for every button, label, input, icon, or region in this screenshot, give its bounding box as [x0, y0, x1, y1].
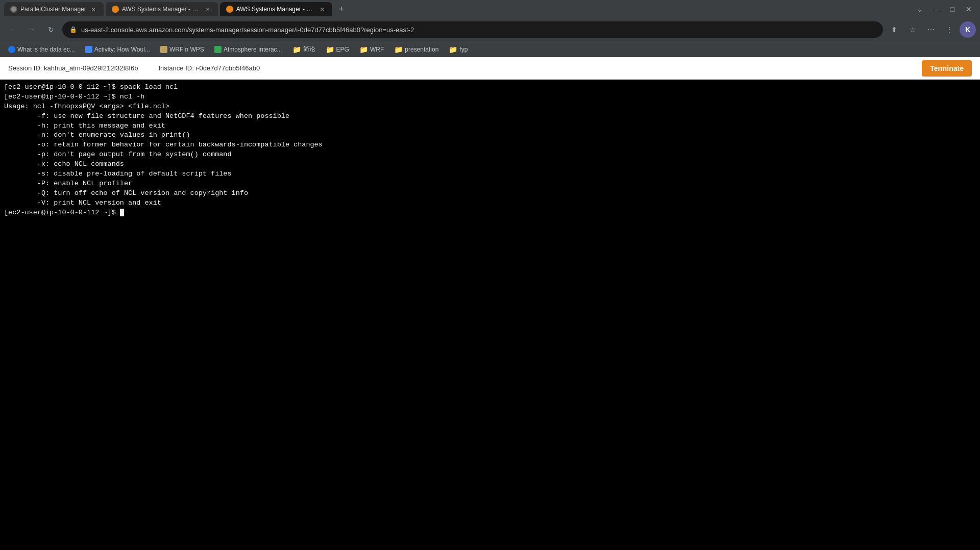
bookmark-favicon-4 [214, 46, 222, 53]
address-bar[interactable]: 🔒 us-east-2.console.aws.amazon.com/syste… [62, 21, 883, 38]
bookmarks-bar: What is the data ec... Activity: How Wou… [0, 41, 980, 57]
window-controls: ⌄ — □ ✕ [913, 2, 976, 16]
url-text: us-east-2.console.aws.amazon.com/systems… [81, 26, 876, 34]
terminal-output: [ec2-user@ip-10-0-0-112 ~]$ spack load n… [4, 83, 976, 217]
nav-bar: ← → ↻ 🔒 us-east-2.console.aws.amazon.com… [0, 18, 980, 41]
share-button[interactable]: ⬆ [886, 21, 902, 38]
session-id-label: Session ID: kahhua_atm-09d29f212f32f8f6b [8, 64, 138, 72]
tab-favicon-2 [112, 6, 119, 13]
bookmark-favicon-1 [8, 46, 15, 53]
tab-list-button[interactable]: ⌄ [913, 2, 927, 16]
minimize-button[interactable]: — [929, 2, 943, 16]
bookmark-label-1: What is the data ec... [17, 46, 75, 53]
bookmark-6[interactable]: 📁 EPG [322, 43, 353, 56]
session-info: Session ID: kahhua_atm-09d29f212f32f8f6b… [8, 64, 922, 72]
session-toolbar: Session ID: kahhua_atm-09d29f212f32f8f6b… [0, 57, 980, 80]
tab-label-3: AWS Systems Manager - Session... [236, 6, 315, 13]
tab-close-1[interactable]: ✕ [89, 5, 97, 13]
folder-icon-5: 📁 [292, 45, 301, 54]
tab-close-3[interactable]: ✕ [318, 5, 326, 13]
tab-ssm-1[interactable]: AWS Systems Manager - Session... ✕ [106, 2, 218, 16]
back-button[interactable]: ← [4, 21, 20, 38]
bookmark-label-3: WRF n WPS [169, 46, 204, 53]
new-tab-button[interactable]: + [334, 2, 349, 16]
bookmark-label-6: EPG [336, 46, 349, 53]
close-button[interactable]: ✕ [962, 2, 976, 16]
tab-parallelcluster[interactable]: ParallelCluster Manager ✕ [4, 2, 104, 16]
folder-icon-6: 📁 [326, 45, 334, 54]
folder-icon-8: 📁 [394, 45, 403, 54]
bookmark-5[interactable]: 📁 简论 [288, 43, 320, 56]
bookmark-1[interactable]: What is the data ec... [4, 44, 79, 55]
bookmark-9[interactable]: 📁 fyp [445, 43, 472, 56]
bookmark-label-8: presentation [405, 46, 438, 53]
bookmark-8[interactable]: 📁 presentation [390, 43, 443, 56]
folder-icon-9: 📁 [449, 45, 457, 54]
maximize-button[interactable]: □ [945, 2, 960, 16]
folder-icon-7: 📁 [359, 45, 368, 54]
tab-close-2[interactable]: ✕ [204, 5, 212, 13]
nav-actions: ⬆ ☆ ⋯ ⋮ K [886, 21, 976, 38]
bookmark-favicon-2 [85, 46, 92, 53]
bookmark-favicon-3 [160, 46, 167, 53]
url-domain: us-east-2.console.aws.amazon.com [81, 26, 187, 34]
profile-button[interactable]: K [960, 21, 976, 38]
terminate-button[interactable]: Terminate [922, 60, 972, 77]
bookmark-7[interactable]: 📁 WRF [355, 43, 388, 56]
bookmark-3[interactable]: WRF n WPS [156, 44, 208, 55]
url-path: /systems-manager/session-manager/i-0de7d… [187, 26, 414, 34]
tab-label-2: AWS Systems Manager - Session... [122, 6, 201, 13]
reload-button[interactable]: ↻ [43, 21, 59, 38]
tab-ssm-2[interactable]: AWS Systems Manager - Session... ✕ [220, 2, 332, 16]
terminal-cursor [120, 209, 124, 216]
terminal[interactable]: [ec2-user@ip-10-0-0-112 ~]$ spack load n… [0, 80, 980, 550]
bookmark-label-5: 简论 [303, 45, 315, 54]
tab-favicon-3 [226, 6, 233, 13]
bookmark-label-7: WRF [370, 46, 384, 53]
bookmark-label-2: Activity: How Woul... [94, 46, 150, 53]
tab-label-1: ParallelCluster Manager [20, 6, 86, 13]
bookmark-label-4: Atmosphere Interac... [224, 46, 282, 53]
extensions-button[interactable]: ⋯ [923, 21, 939, 38]
instance-id-label: Instance ID: i-0de7d77cbb5f46ab0 [158, 64, 260, 72]
title-bar: ParallelCluster Manager ✕ AWS Systems Ma… [0, 0, 980, 18]
bookmark-button[interactable]: ☆ [904, 21, 921, 38]
bookmark-2[interactable]: Activity: How Woul... [81, 44, 154, 55]
bookmark-4[interactable]: Atmosphere Interac... [210, 44, 286, 55]
svg-point-0 [11, 7, 16, 12]
forward-button[interactable]: → [23, 21, 40, 38]
tab-favicon-1 [10, 6, 17, 13]
bookmark-label-9: fyp [459, 46, 468, 53]
lock-icon: 🔒 [69, 26, 77, 33]
browser-frame: ParallelCluster Manager ✕ AWS Systems Ma… [0, 0, 980, 550]
more-button[interactable]: ⋮ [941, 21, 958, 38]
